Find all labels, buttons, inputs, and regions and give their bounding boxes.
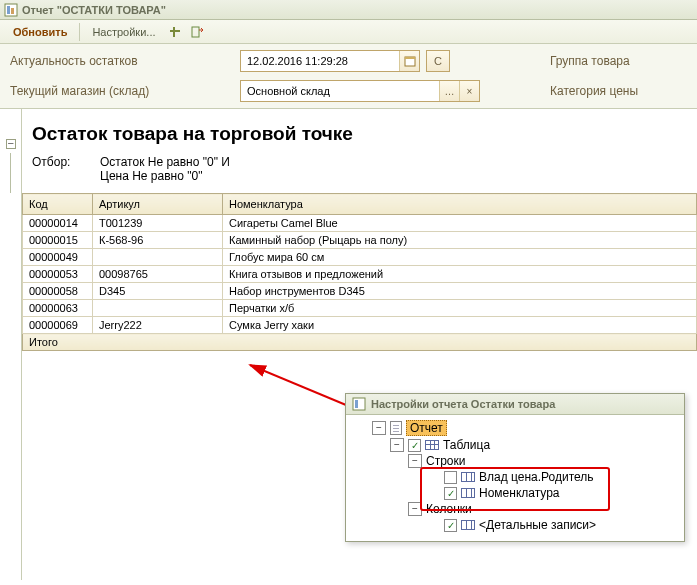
page-icon [390, 421, 402, 435]
filter-label: Отбор: [32, 155, 82, 183]
ellipsis-icon[interactable]: … [439, 81, 459, 101]
filter-line: Цена Не равно "0" [100, 169, 230, 183]
table-row[interactable]: 00000058D345Набор инструментов D345 [23, 283, 697, 300]
table-row[interactable]: 00000015К-568-96Каминный набор (Рыцарь н… [23, 232, 697, 249]
columns-icon [461, 520, 475, 530]
settings-button[interactable]: Настройки... [85, 23, 162, 41]
outline-gutter [0, 109, 22, 580]
cell-nomen: Книга отзывов и предложений [223, 266, 697, 283]
refresh-button[interactable]: Обновить [6, 23, 74, 41]
cell-article: Jerry222 [93, 317, 223, 334]
table-icon [425, 440, 439, 450]
clear-icon[interactable]: × [459, 81, 479, 101]
popup-titlebar: Настройки отчета Остатки товара [346, 394, 684, 415]
group-label: Группа товара [550, 54, 697, 68]
cell-article [93, 300, 223, 317]
tree-leaf-nomenclature[interactable]: Номенклатура [479, 486, 560, 500]
checkbox-detail[interactable]: ✓ [444, 519, 457, 532]
cell-article: К-568-96 [93, 232, 223, 249]
report-table: Код Артикул Номенклатура 00000014Т001239… [22, 193, 697, 351]
settings-tree: − Отчет − ✓ Таблица − Строки Влад цена.Р… [346, 415, 684, 541]
report-icon [352, 397, 366, 411]
cell-code: 00000053 [23, 266, 93, 283]
tree-node-table[interactable]: Таблица [443, 438, 490, 452]
tree-leaf-detail[interactable]: <Детальные записи> [479, 518, 596, 532]
svg-rect-2 [11, 8, 14, 14]
report-title: Остаток товара на торговой точке [22, 109, 697, 155]
checkbox-owner-price[interactable] [444, 471, 457, 484]
table-row[interactable]: 00000069Jerry222Сумка Jerry хаки [23, 317, 697, 334]
svg-rect-1 [7, 6, 10, 14]
tree-toggle[interactable]: − [372, 421, 386, 435]
cell-code: 00000058 [23, 283, 93, 300]
columns-icon [461, 472, 475, 482]
date-input[interactable] [241, 51, 399, 71]
table-row[interactable]: 00000063Перчатки х/б [23, 300, 697, 317]
checkbox-nomenclature[interactable]: ✓ [444, 487, 457, 500]
svg-rect-10 [355, 400, 358, 408]
table-row[interactable]: 0000005300098765Книга отзывов и предложе… [23, 266, 697, 283]
filter-panel: Актуальность остатков С Группа товара Те… [0, 44, 697, 109]
col-code[interactable]: Код [23, 194, 93, 215]
cell-code: 00000015 [23, 232, 93, 249]
cell-nomen: Каминный набор (Рыцарь на полу) [223, 232, 697, 249]
settings-popup: Настройки отчета Остатки товара − Отчет … [345, 393, 685, 542]
report-icon [4, 3, 18, 17]
tree-leaf-owner-price[interactable]: Влад цена.Родитель [479, 470, 594, 484]
price-category-label: Категория цены [550, 84, 697, 98]
columns-icon [461, 488, 475, 498]
col-nomen[interactable]: Номенклатура [223, 194, 697, 215]
actuality-label: Актуальность остатков [10, 54, 230, 68]
date-picker[interactable] [240, 50, 420, 72]
window-titlebar: Отчет "ОСТАТКИ ТОВАРА" [0, 0, 697, 20]
svg-rect-5 [192, 27, 199, 37]
cell-article: D345 [93, 283, 223, 300]
window-title: Отчет "ОСТАТКИ ТОВАРА" [22, 4, 166, 16]
svg-rect-9 [353, 398, 365, 410]
cell-nomen: Перчатки х/б [223, 300, 697, 317]
popup-title: Настройки отчета Остатки товара [371, 398, 555, 410]
cell-article: 00098765 [93, 266, 223, 283]
svg-rect-4 [173, 27, 175, 37]
filter-line: Остаток Не равно "0" И [100, 155, 230, 169]
export-icon[interactable] [187, 22, 207, 42]
cell-code: 00000014 [23, 215, 93, 232]
table-row[interactable]: 00000014Т001239Сигареты Camel Blue [23, 215, 697, 232]
tree-node-cols[interactable]: Колонки [426, 502, 472, 516]
cell-nomen: Глобус мира 60 см [223, 249, 697, 266]
cell-article: Т001239 [93, 215, 223, 232]
toolbar: Обновить Настройки... [0, 20, 697, 44]
cell-code: 00000049 [23, 249, 93, 266]
tree-toggle[interactable]: − [408, 502, 422, 516]
tree-node-report[interactable]: Отчет [406, 420, 447, 436]
cell-article [93, 249, 223, 266]
cell-nomen: Сумка Jerry хаки [223, 317, 697, 334]
calendar-icon[interactable] [399, 51, 419, 71]
cell-code: 00000069 [23, 317, 93, 334]
tree-toggle[interactable]: − [408, 454, 422, 468]
table-row[interactable]: 00000049Глобус мира 60 см [23, 249, 697, 266]
reset-date-button[interactable]: С [426, 50, 450, 72]
cell-nomen: Сигареты Camel Blue [223, 215, 697, 232]
total-row: Итого [23, 334, 697, 351]
cell-nomen: Набор инструментов D345 [223, 283, 697, 300]
collapse-toggle[interactable] [6, 139, 16, 149]
checkbox-table[interactable]: ✓ [408, 439, 421, 452]
cell-code: 00000063 [23, 300, 93, 317]
store-label: Текущий магазин (склад) [10, 84, 230, 98]
separator [79, 23, 80, 41]
store-input[interactable] [241, 81, 439, 101]
col-article[interactable]: Артикул [93, 194, 223, 215]
tree-toggle[interactable]: − [390, 438, 404, 452]
store-picker[interactable]: … × [240, 80, 480, 102]
svg-rect-7 [405, 57, 415, 59]
settings-expand-icon[interactable] [165, 22, 185, 42]
report-filter-block: Отбор: Остаток Не равно "0" И Цена Не ра… [22, 155, 697, 193]
tree-node-rows[interactable]: Строки [426, 454, 465, 468]
